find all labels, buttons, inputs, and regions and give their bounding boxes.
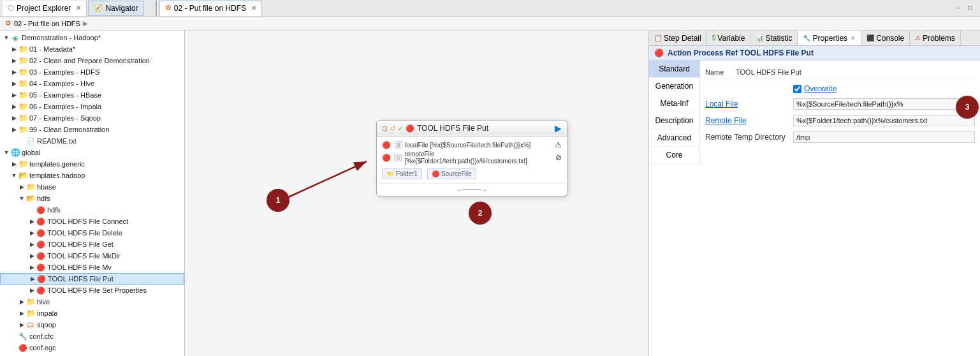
local-file-link[interactable]: Local File [705,100,738,108]
tree-item-conf-cfc[interactable]: ▶ 🔧 conf.cfc [0,330,184,342]
item-06-toggle[interactable]: ▶ [10,103,18,110]
item-03-toggle[interactable]: ▶ [10,68,18,76]
properties-close[interactable]: ✕ [851,35,856,41]
hdfs-mv-toggle[interactable]: ▶ [28,263,36,271]
item-02-toggle[interactable]: ▶ [10,57,18,64]
hdfs-put-toggle[interactable]: ▶ [29,275,36,283]
item-07-toggle[interactable]: ▶ [10,114,18,122]
node-play-btn[interactable]: ▶ [555,123,562,133]
hdfs-toggle[interactable]: ▼ [18,195,26,202]
tree-item-hdfs[interactable]: ▼ 📂 hdfs [0,193,184,204]
canvas-area[interactable]: 1 ⬡ ↺ ✓ 🔴 TOOL HDFS File Put ▶ [185,31,648,356]
tree-item-hdfs-put[interactable]: ▶ 🔴 TOOL HDFS File Put [0,273,184,285]
problems-icon: ⚠ [915,34,921,41]
tab-statistic[interactable]: 📊 Statistic [750,31,798,46]
nav-description[interactable]: Description [649,112,699,130]
item-99-toggle[interactable]: ▶ [10,126,18,133]
overwrite-label: Overwrite [804,84,837,93]
nav-core[interactable]: Core [649,147,699,164]
tree-item-hbase[interactable]: ▶ 📁 hbase [0,181,184,193]
tree-item-hdfs-connect[interactable]: ▶ 🔴 TOOL HDFS File Connect [0,216,184,227]
tree-item-99[interactable]: ▶ 📁 99 - Clean Demonstration [0,124,184,135]
hive-toggle[interactable]: ▶ [18,298,26,306]
tree-view[interactable]: ▼ ◈ Demonstration - Hadoop* ▶ 📁 01 - Met… [0,31,184,356]
folder-icon-03: 📁 [18,67,28,77]
tree-item-hdfs-mkdir[interactable]: ▶ 🔴 TOOL HDFS File MkDir [0,250,184,262]
tree-item-impala[interactable]: ▶ 📁 impala [0,308,184,319]
tree-item-01[interactable]: ▶ 📁 01 - Metadata* [0,43,184,55]
root-toggle[interactable]: ▼ [3,34,10,41]
tab-variable[interactable]: $ Variable [707,31,751,46]
local-file-label[interactable]: Local File [705,100,788,108]
project-explorer-tab[interactable]: ⬡ Project Explorer ✕ [3,1,87,16]
hdfs-delete-toggle[interactable]: ▶ [28,229,36,237]
workflow-node[interactable]: ⬡ ↺ ✓ 🔴 TOOL HDFS File Put ▶ 🔴 S loca [376,120,567,197]
global-toggle[interactable]: ▼ [3,149,10,156]
item-05-toggle[interactable]: ▶ [10,91,18,99]
tree-item-templates-generic[interactable]: ▶ 📁 templates.generic [0,158,184,170]
hdfs-connect-toggle[interactable]: ▶ [28,218,36,225]
nav-generation-label: Generation [655,82,693,91]
tree-root-item[interactable]: ▼ ◈ Demonstration - Hadoop* [0,32,184,43]
conf-egc-label: conf.egc [29,344,56,352]
minimize-btn[interactable]: ─ [953,3,963,13]
item-04-toggle[interactable]: ▶ [10,80,18,87]
left-panel: ▼ ◈ Demonstration - Hadoop* ▶ 📁 01 - Met… [0,31,185,356]
navigator-tab[interactable]: 🧭 Navigator [88,1,143,16]
tab-properties[interactable]: 🔧 Properties ✕ [798,31,861,46]
tree-item-global[interactable]: ▼ 🌐 global [0,147,184,158]
tree-item-templates-hadoop[interactable]: ▼ 📂 templates.hadoop [0,170,184,181]
tree-item-sqoop[interactable]: ▶ 🗂 sqoop [0,319,184,330]
tree-item-hdfs-mv[interactable]: ▶ 🔴 TOOL HDFS File Mv [0,262,184,273]
tree-item-02[interactable]: ▶ 📁 02 - Clean and Prepare Demonstration [0,55,184,66]
thadoop-toggle[interactable]: ▼ [10,172,18,179]
folder-icon-05: 📁 [18,90,28,100]
tree-item-hdfs-delete[interactable]: ▶ 🔴 TOOL HDFS File Delete [0,227,184,239]
tree-item-hdfs-get[interactable]: ▶ 🔴 TOOL HDFS File Get [0,239,184,250]
tree-item-06[interactable]: ▶ 📁 06 - Examples - Impala [0,101,184,112]
overwrite-checkbox-row[interactable]: Overwrite [793,84,837,93]
nav-standard[interactable]: Standard [649,61,699,78]
tab-console[interactable]: ⬛ Console [861,31,910,46]
tree-item-05[interactable]: ▶ 📁 05 - Examples - HBase [0,89,184,101]
maximize-btn[interactable]: □ [965,3,975,13]
remote-file-value[interactable]: %x{$Folder1/tech:path()}x%/customers.txt [793,115,975,126]
project-explorer-close[interactable]: ✕ [76,4,81,11]
navigator-label: Navigator [105,4,138,13]
tab-step-detail[interactable]: 📋 Step Detail [649,31,707,46]
icon-conf-cfc: 🔧 [18,331,28,341]
tree-item-conf-egc[interactable]: ▶ 🔴 conf.egc [0,342,184,353]
tree-item-04[interactable]: ▶ 📁 04 - Examples - Hive [0,78,184,89]
variable-icon: $ [712,34,716,41]
tree-item-hdfs-root[interactable]: ▶ 🔴 hdfs [0,204,184,216]
remote-file-link[interactable]: Remote File [705,116,747,125]
item-01-toggle[interactable]: ▶ [10,45,18,53]
nav-generation[interactable]: Generation [649,78,699,95]
tool-icon-mkdir: 🔴 [36,251,46,261]
hbase-toggle[interactable]: ▶ [18,183,26,191]
remote-file-label[interactable]: Remote File [705,116,788,125]
tree-item-hive[interactable]: ▶ 📁 hive [0,296,184,308]
hdfs-mkdir-toggle[interactable]: ▶ [28,252,36,260]
overwrite-checkbox[interactable] [793,85,801,93]
workflow-tab[interactable]: ⚙ 02 - Put file on HDFS ✕ [159,1,262,16]
impala-toggle[interactable]: ▶ [18,309,26,317]
sqoop-toggle[interactable]: ▶ [18,321,26,329]
breadcrumb-label: 02 - Put file on HDFS [14,20,80,27]
hdfs-get-toggle[interactable]: ▶ [28,241,36,248]
tree-item-hdfs-setprop[interactable]: ▶ 🔴 TOOL HDFS File Set Properties [0,285,184,296]
remote-temp-value[interactable]: /tmp [793,131,975,143]
tree-item-03[interactable]: ▶ 📁 03 - Examples - HDFS [0,66,184,78]
workflow-tab-close[interactable]: ✕ [251,4,256,11]
nav-advanced[interactable]: Advanced [649,130,699,147]
local-file-value[interactable]: %x{$SourceFile/tech:filePath()}x% [793,98,975,110]
conf-cfc-label: conf.cfc [29,332,54,340]
tab-problems[interactable]: ⚠ Problems [910,31,961,46]
hdfs-setprop-toggle[interactable]: ▶ [28,286,36,294]
nav-meta-inf[interactable]: Meta-Inf [649,95,699,112]
tree-item-readme[interactable]: ▶ 📄 README.txt [0,135,184,147]
folder-icon-impala: 📁 [26,308,36,318]
tgen-toggle[interactable]: ▶ [10,160,18,168]
tree-item-07[interactable]: ▶ 📁 07 - Examples - Sqoop [0,112,184,124]
hbase-label: hbase [37,183,56,191]
